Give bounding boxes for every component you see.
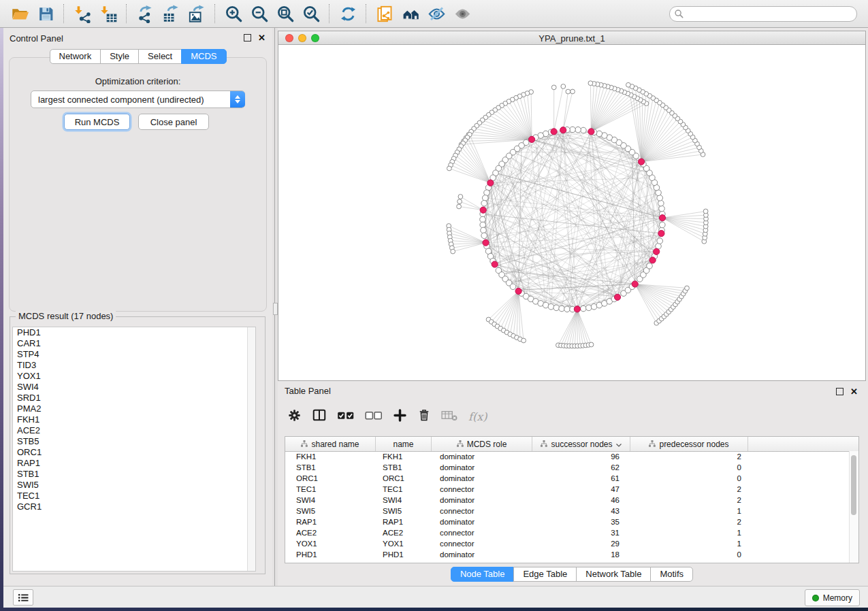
network-graph[interactable] <box>278 45 865 380</box>
cell[interactable]: 43 <box>532 507 630 515</box>
cell[interactable]: dominator <box>432 452 532 461</box>
mcds-result-item[interactable]: FKH1 <box>13 414 255 425</box>
cell[interactable]: TEC1 <box>285 485 376 493</box>
column-header-predecessor-nodes[interactable]: predecessor nodes <box>630 437 748 451</box>
function-builder-icon[interactable]: f(x) <box>468 410 487 423</box>
cell[interactable]: FKH1 <box>376 452 432 461</box>
cell[interactable]: RAP1 <box>285 518 376 526</box>
mcds-result-item[interactable]: PMA2 <box>13 403 255 414</box>
cell[interactable]: 0 <box>630 550 748 559</box>
table-row-ORC1[interactable]: ORC1ORC1dominator610 <box>285 473 850 484</box>
vertical-splitter[interactable] <box>272 28 278 587</box>
cell[interactable]: 2 <box>630 485 748 493</box>
cell[interactable]: SWI5 <box>376 507 432 515</box>
export-image-icon[interactable] <box>186 3 208 24</box>
table-row-STB1[interactable]: STB1STB1dominator620 <box>285 462 850 473</box>
splitter-grip[interactable] <box>273 303 278 315</box>
cell[interactable]: 0 <box>630 474 748 482</box>
cell[interactable]: 29 <box>532 540 630 548</box>
zoom-selected-icon[interactable] <box>300 3 322 24</box>
export-network-icon[interactable] <box>134 3 156 24</box>
tab-motifs[interactable]: Motifs <box>650 567 693 582</box>
zoom-in-icon[interactable] <box>223 3 244 24</box>
cell[interactable]: SWI4 <box>376 496 432 504</box>
cell[interactable]: 2 <box>630 452 748 461</box>
cell[interactable]: PHD1 <box>285 550 376 559</box>
mcds-result-item[interactable]: CAR1 <box>13 338 255 349</box>
cell[interactable]: 0 <box>630 463 748 472</box>
mcds-result-item[interactable]: STB1 <box>13 469 255 480</box>
float-panel-icon[interactable] <box>244 34 251 42</box>
mcds-result-item[interactable]: TEC1 <box>13 491 255 501</box>
table-row-TEC1[interactable]: TEC1TEC1connector472 <box>285 484 850 495</box>
cell[interactable]: 18 <box>532 550 630 559</box>
cell[interactable]: YOX1 <box>285 540 376 548</box>
cell[interactable]: connector <box>432 540 532 548</box>
run-mcds-button[interactable]: Run MCDS <box>64 114 130 130</box>
memory-button[interactable]: Memory <box>805 589 860 606</box>
cell[interactable]: 62 <box>532 463 630 472</box>
result-scrollbar[interactable] <box>247 327 255 571</box>
task-history-button[interactable] <box>13 589 33 606</box>
table-settings-gear-icon[interactable] <box>287 408 302 425</box>
cell[interactable]: 46 <box>532 496 630 504</box>
cell[interactable]: 61 <box>532 474 630 482</box>
table-row-ACE2[interactable]: ACE2ACE2connector311 <box>285 527 850 538</box>
cell[interactable]: connector <box>432 485 532 493</box>
cell[interactable]: SWI5 <box>285 507 376 515</box>
table-scrollbar[interactable] <box>849 451 858 563</box>
cell[interactable]: FKH1 <box>285 452 376 461</box>
mcds-result-item[interactable]: STB5 <box>13 436 255 447</box>
cell[interactable]: dominator <box>432 518 532 526</box>
table-row-RAP1[interactable]: RAP1RAP1dominator352 <box>285 516 850 527</box>
cell[interactable]: 96 <box>532 452 630 461</box>
table-row-PHD1[interactable]: PHD1PHD1dominator180 <box>285 549 850 560</box>
import-network-icon[interactable] <box>71 3 93 24</box>
cell[interactable]: PHD1 <box>376 550 432 559</box>
mcds-result-item[interactable]: GCR1 <box>13 501 255 512</box>
column-header-shared-name[interactable]: shared name <box>285 437 376 451</box>
mcds-result-item[interactable]: SWI4 <box>13 382 255 393</box>
network-canvas[interactable] <box>278 45 866 381</box>
network-window-titlebar[interactable]: YPA_prune.txt_1 <box>278 31 866 45</box>
mcds-result-item[interactable]: YOX1 <box>13 371 255 382</box>
cell[interactable]: SWI4 <box>285 496 376 504</box>
cell[interactable]: ACE2 <box>285 529 376 537</box>
save-session-icon[interactable] <box>35 3 57 24</box>
tab-node-table[interactable]: Node Table <box>451 567 515 582</box>
close-panel-button[interactable]: Close panel <box>138 114 209 130</box>
column-header-successor-nodes[interactable]: successor nodes <box>532 437 630 451</box>
mcds-result-item[interactable]: SWI5 <box>13 480 255 491</box>
cell[interactable]: 2 <box>630 518 748 526</box>
export-table-icon[interactable] <box>160 3 182 24</box>
mcds-result-item[interactable]: STP4 <box>13 349 255 360</box>
cell[interactable]: RAP1 <box>376 518 432 526</box>
mcds-result-item[interactable]: PHD1 <box>13 327 255 338</box>
mcds-result-item[interactable]: SRD1 <box>13 393 255 403</box>
open-file-icon[interactable] <box>9 3 31 24</box>
mcds-result-list[interactable]: PHD1CAR1STP4TID3YOX1SWI4SRD1PMA2FKH1ACE2… <box>12 327 256 572</box>
search-input[interactable] <box>669 6 857 22</box>
cell[interactable]: TEC1 <box>376 485 432 493</box>
tab-mcds[interactable]: MCDS <box>181 49 226 64</box>
cell[interactable]: 1 <box>630 507 748 515</box>
cell[interactable]: ORC1 <box>285 474 376 482</box>
cell[interactable]: 35 <box>532 518 630 526</box>
column-header-MCDS-role[interactable]: MCDS role <box>432 437 532 451</box>
network-from-document-icon[interactable] <box>374 3 396 24</box>
criterion-dropdown[interactable]: largest connected component (undirected) <box>31 90 245 108</box>
tab-select[interactable]: Select <box>138 49 182 64</box>
dropdown-stepper-icon[interactable] <box>230 91 245 108</box>
cell[interactable]: ACE2 <box>376 529 432 537</box>
import-table-icon[interactable] <box>97 3 119 24</box>
cell[interactable]: STB1 <box>285 463 376 472</box>
tab-edge-table[interactable]: Edge Table <box>513 567 577 582</box>
tab-network-table[interactable]: Network Table <box>576 567 651 582</box>
mcds-result-item[interactable]: TID3 <box>13 360 255 371</box>
cell[interactable]: dominator <box>432 474 532 482</box>
show-all-eye-icon[interactable] <box>451 3 473 24</box>
cell[interactable]: 1 <box>630 540 748 548</box>
close-panel-icon[interactable]: ✕ <box>850 389 858 395</box>
add-row-plus-icon[interactable] <box>393 408 407 425</box>
mcds-result-item[interactable]: ACE2 <box>13 425 255 436</box>
